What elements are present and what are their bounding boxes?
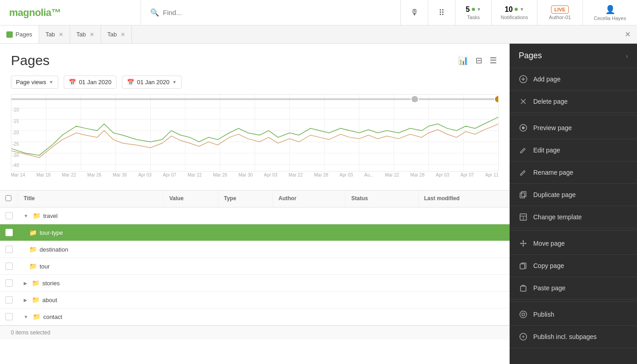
date-to-picker[interactable]: 📅 01 Jan 2020 ▼ [122, 76, 182, 89]
panel-action-paste-page[interactable]: Paste page [510, 277, 637, 299]
tab-1[interactable]: Tab ✕ [39, 25, 70, 43]
panel-action-copy-page[interactable]: Copy page [510, 255, 637, 277]
row-checkbox-travel[interactable] [5, 212, 13, 219]
td-value-travel [164, 211, 218, 220]
svg-marker-39 [520, 243, 521, 244]
table-row[interactable]: ▶ 📁 about [0, 292, 510, 308]
tab-2[interactable]: Tab ✕ [70, 25, 101, 43]
y-label-6: -40 [12, 163, 19, 168]
td-checkbox [0, 308, 18, 325]
panel-action-rename-page[interactable]: Rename page [510, 162, 637, 184]
date-from-label: 01 Jan 2020 [79, 79, 111, 86]
panel-action-publish-subpages[interactable]: Publish incl. subpages [510, 326, 637, 348]
chart-svg [11, 95, 498, 171]
mic-button[interactable]: 🎙 [400, 0, 428, 25]
tab-1-close[interactable]: ✕ [59, 31, 63, 38]
row-checkbox-contact[interactable] [5, 313, 13, 320]
chart-bar-icon[interactable]: 📊 [456, 54, 470, 67]
publish-subpages-label: Publish incl. subpages [533, 333, 597, 340]
row-checkbox-about[interactable] [5, 296, 13, 303]
td-title: 📁 tour-type [18, 224, 164, 241]
y-label-1: -10 [12, 107, 19, 112]
tab-3[interactable]: Tab ✕ [101, 25, 132, 43]
td-value-stories [164, 278, 218, 288]
table-row[interactable]: ▼ 📁 contact [0, 308, 510, 325]
delete-page-label: Delete page [533, 98, 568, 105]
divider-1 [510, 115, 637, 115]
select-all-checkbox[interactable] [5, 195, 11, 201]
panel-chevron-icon[interactable]: › [626, 52, 628, 60]
expand-travel[interactable]: ▼ [24, 213, 28, 218]
panel-action-duplicate-page[interactable]: Duplicate page [510, 184, 637, 206]
panel-action-preview-page[interactable]: Preview page [510, 117, 637, 139]
panel-action-edit-page[interactable]: Edit page [510, 139, 637, 162]
row-checkbox-stories[interactable] [5, 279, 13, 287]
panel-header: Pages › [510, 44, 637, 68]
tasks-button[interactable]: 5 ▼ Tasks [455, 0, 491, 25]
y-label-5: -30 [12, 153, 19, 158]
pages-app-tab[interactable]: Pages [0, 25, 39, 43]
tasks-dot [472, 8, 475, 11]
date-from-picker[interactable]: 📅 01 Jan 2020 [64, 76, 116, 89]
th-status[interactable]: Status [346, 191, 419, 207]
search-input[interactable] [163, 9, 391, 16]
tab-2-close[interactable]: ✕ [90, 31, 94, 38]
panel-action-change-template[interactable]: Change template [510, 206, 637, 228]
notifications-button[interactable]: 10 ▼ Notifications [491, 0, 537, 25]
td-type-destination [218, 245, 273, 254]
tasks-chevron: ▼ [477, 7, 481, 12]
table-row[interactable]: 📁 destination [0, 241, 510, 258]
chart-menu-icon[interactable]: ☰ [488, 54, 499, 67]
table-header: Title Value Type Author Status Last modi… [0, 190, 510, 207]
rename-page-label: Rename page [533, 169, 573, 176]
svg-marker-38 [522, 245, 524, 247]
topbar: magnolia™ 🔍 🎙 ⠿ 5 ▼ Tasks 10 ▼ Notificat [0, 0, 637, 25]
th-last-modified[interactable]: Last modified [419, 191, 510, 207]
table-row[interactable]: ▼ 📁 travel [0, 207, 510, 224]
apps-button[interactable]: ⠿ [428, 0, 455, 25]
author-button[interactable]: LIVE Author-01 [537, 0, 582, 25]
expand-contact[interactable]: ▼ [24, 314, 28, 319]
preview-page-icon [519, 123, 528, 132]
chart-toolbar: 📊 ⊟ ☰ [456, 54, 499, 67]
th-author[interactable]: Author [273, 191, 346, 207]
panel-action-move-page[interactable]: Move page [510, 233, 637, 255]
right-panel: Pages › Add page Delete page Preview pag… [510, 44, 637, 364]
row-checkbox-destination[interactable] [5, 246, 13, 253]
td-status-travel [346, 211, 419, 220]
tabs-close-all[interactable]: ✕ [618, 30, 637, 39]
metric-select[interactable]: Page views ▼ [11, 76, 58, 89]
td-author-destination [273, 245, 346, 254]
table-row[interactable]: 📁 tour [0, 258, 510, 275]
chart-split-icon[interactable]: ⊟ [474, 54, 484, 67]
expand-stories[interactable]: ▶ [24, 281, 27, 286]
svg-rect-20 [11, 98, 498, 100]
table-row[interactable]: ▶ 📁 stories [0, 275, 510, 292]
tab-3-close[interactable]: ✕ [121, 31, 125, 38]
tabbar: Pages Tab ✕ Tab ✕ Tab ✕ ✕ [0, 25, 637, 44]
date-to-label: 01 Jan 2020 [137, 79, 170, 86]
edit-page-label: Edit page [533, 147, 560, 154]
th-type[interactable]: Type [218, 191, 273, 207]
row-checkbox-tourtype[interactable] [5, 229, 13, 236]
table-row[interactable]: 📁 tour-type [0, 224, 510, 241]
panel-action-delete-page[interactable]: Delete page [510, 91, 637, 113]
row-checkbox-tour[interactable] [5, 263, 13, 270]
expand-about[interactable]: ▶ [24, 298, 27, 303]
panel-action-add-page[interactable]: Add page [510, 68, 637, 91]
th-value[interactable]: Value [164, 191, 218, 207]
logo-area: magnolia™ [0, 0, 141, 25]
th-checkbox [0, 191, 18, 207]
th-title[interactable]: Title [18, 191, 164, 207]
tasks-label: Tasks [467, 15, 480, 20]
td-status-contact [346, 312, 419, 321]
user-button[interactable]: 👤 Cecelia Hayes [582, 0, 637, 25]
mic-icon: 🎙 [410, 8, 419, 17]
tab-2-label: Tab [76, 31, 86, 38]
td-checkbox [0, 207, 18, 224]
panel-action-publish[interactable]: Publish [510, 303, 637, 326]
live-badge: LIVE [551, 5, 568, 14]
topbar-right: 🎙 ⠿ 5 ▼ Tasks 10 ▼ Notifications LIVE Au… [400, 0, 637, 25]
td-author-stories [273, 278, 346, 288]
tab-1-label: Tab [46, 31, 55, 38]
